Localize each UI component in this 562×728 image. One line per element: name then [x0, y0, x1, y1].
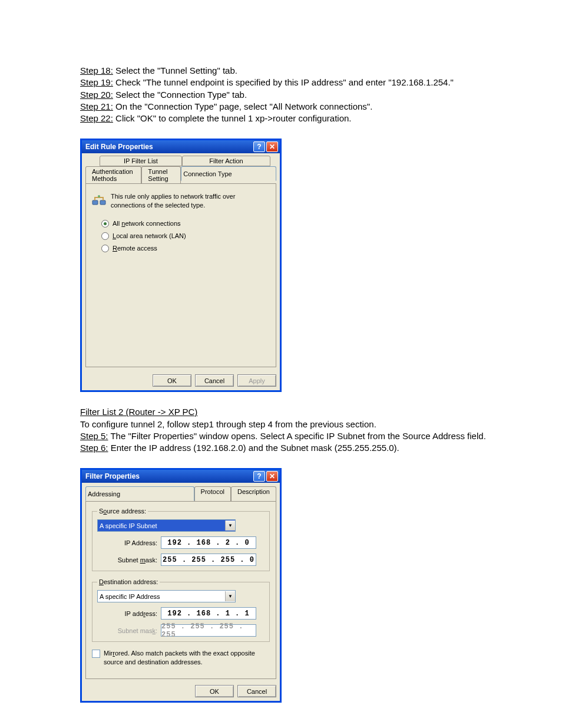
tab-ip-filter-list[interactable]: IP Filter List — [100, 156, 182, 166]
step-label: Step 5: — [80, 431, 108, 441]
tab-addressing[interactable]: Addressing — [85, 486, 194, 501]
step-label: Step 18: — [80, 65, 113, 75]
tab-connection-type[interactable]: Connection Type — [181, 166, 276, 181]
ip-address-label: IP Address: — [97, 539, 161, 546]
dest-ip-input[interactable]: 192 . 168 . 1 . 1 — [161, 607, 256, 620]
ok-button[interactable]: OK — [153, 374, 191, 387]
step-text: On the "Connection Type" page, select "A… — [113, 101, 372, 111]
radio-lan[interactable]: Local area network (LAN) — [101, 232, 270, 240]
radio-remote-access[interactable]: Remote access — [101, 245, 270, 252]
apply-button: Apply — [237, 374, 276, 387]
cancel-button[interactable]: Cancel — [195, 374, 234, 387]
tab-protocol[interactable]: Protocol — [194, 486, 231, 501]
svg-rect-1 — [100, 200, 105, 205]
step-label: Step 19: — [80, 77, 113, 87]
step-label: Step 21: — [80, 101, 113, 111]
source-address-select[interactable]: A specific IP Subnet ▼ — [97, 519, 236, 532]
ip-address-label: IP address: — [97, 610, 161, 617]
chevron-down-icon: ▼ — [225, 521, 235, 531]
title-bar[interactable]: Edit Rule Properties ? ✕ — [82, 140, 280, 153]
edit-rule-dialog: Edit Rule Properties ? ✕ IP Filter List … — [80, 139, 282, 392]
ok-button[interactable]: OK — [195, 685, 234, 697]
steps-block: Step 18: Select the "Tunnel Setting" tab… — [80, 65, 538, 124]
radio-dot-icon — [101, 245, 109, 252]
step-text: Click "OK" to complete the tunnel 1 xp->… — [113, 113, 352, 123]
radio-dot-icon — [101, 232, 109, 240]
mirrored-label: Mirrored. Also match packets with the ex… — [104, 649, 270, 666]
svg-rect-0 — [92, 200, 98, 205]
step-text: Enter the IP address (192.168.2.0) and t… — [108, 443, 399, 453]
close-button[interactable]: ✕ — [266, 471, 278, 482]
dialog-title: Edit Rule Properties — [85, 143, 153, 151]
subnet-mask-label: Subnet mask: — [97, 627, 161, 634]
tab-auth-methods[interactable]: Authentication Methods — [85, 166, 141, 183]
info-text: This rule only applies to network traffi… — [111, 192, 270, 209]
step-label: Step 6: — [80, 443, 108, 453]
svg-point-2 — [98, 195, 100, 197]
step-text: Select the "Tunnel Setting" tab. — [113, 65, 237, 75]
radio-dot-icon — [101, 220, 109, 228]
source-ip-input[interactable]: 192 . 168 . 2 . 0 — [161, 536, 256, 549]
help-button[interactable]: ? — [253, 471, 265, 482]
step-label: Step 22: — [80, 113, 113, 123]
tab-description[interactable]: Description — [231, 486, 276, 501]
step-text: Check "The tunnel endpoint is specified … — [113, 77, 454, 87]
tab-filter-action[interactable]: Filter Action — [182, 156, 270, 166]
destination-address-group: Destination address: A specific IP Addre… — [92, 578, 270, 642]
chevron-down-icon: ▼ — [225, 591, 235, 601]
destination-address-select[interactable]: A specific IP Address ▼ — [97, 590, 236, 602]
cancel-button[interactable]: Cancel — [237, 685, 276, 697]
step-text: Select the "Connection Type" tab. — [113, 90, 247, 100]
title-bar[interactable]: Filter Properties ? ✕ — [82, 470, 280, 483]
dialog-title: Filter Properties — [85, 472, 140, 480]
group-legend: Source address: — [97, 508, 148, 515]
tab-tunnel-setting[interactable]: Tunnel Setting — [141, 166, 181, 183]
network-icon — [92, 193, 106, 207]
section-title: Filter List 2 (Router -> XP PC) — [80, 406, 538, 418]
mirrored-checkbox-row[interactable]: Mirrored. Also match packets with the ex… — [92, 649, 270, 666]
help-button[interactable]: ? — [253, 141, 265, 152]
step-label: Step 20: — [80, 90, 113, 100]
group-legend: Destination address: — [97, 578, 160, 585]
filter-properties-dialog: Filter Properties ? ✕ Addressing Protoco… — [80, 468, 282, 703]
radio-all-network[interactable]: All network connections — [101, 220, 270, 228]
dest-mask-input: 255 . 255 . 255 . 255 — [161, 624, 256, 637]
close-button[interactable]: ✕ — [266, 141, 278, 152]
tab-panel: Source address: A specific IP Subnet ▼ I… — [85, 501, 276, 679]
section-line: To configure tunnel 2, follow step1 thro… — [80, 419, 538, 430]
subnet-mask-label: Subnet mask: — [97, 556, 161, 564]
step-text: The "Filter Properties" window opens. Se… — [108, 431, 486, 441]
source-address-group: Source address: A specific IP Subnet ▼ I… — [92, 508, 270, 571]
checkbox-icon — [92, 650, 100, 658]
source-mask-input[interactable]: 255 . 255 . 255 . 0 — [161, 554, 256, 566]
tab-panel: This rule only applies to network traffi… — [85, 183, 276, 367]
